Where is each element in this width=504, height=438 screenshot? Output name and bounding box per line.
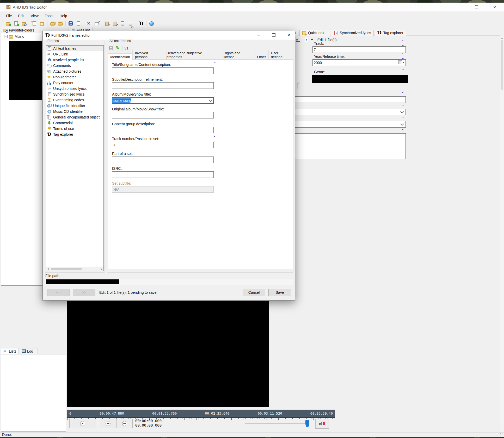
- frames-list-item[interactable]: Involved people list: [46, 57, 103, 63]
- frames-list-item[interactable]: Unsychronised lyrics: [46, 86, 103, 91]
- refresh-icon[interactable]: [116, 46, 120, 50]
- save-frame-icon[interactable]: [109, 46, 114, 50]
- cancel-button[interactable]: Cancel: [243, 289, 265, 296]
- frames-list[interactable]: All text frames URL Link Involved people…: [46, 45, 104, 271]
- field-input[interactable]: [112, 157, 214, 163]
- scroll-right-icon[interactable]: ›: [99, 267, 103, 271]
- volume-slider[interactable]: [245, 423, 309, 424]
- tab-favorite-folders[interactable]: FavoriteFolders: [1, 27, 39, 33]
- dialog-tab[interactable]: Identification: [108, 53, 133, 60]
- panel-tab[interactable]: Tag explorer: [375, 30, 406, 36]
- tab-lists[interactable]: Lists: [1, 348, 19, 354]
- next-file-button[interactable]: >>: [73, 289, 95, 296]
- file-path-input[interactable]: [45, 279, 293, 285]
- frames-list-item[interactable]: Synchronised lyrics: [46, 91, 103, 97]
- dialog-close-button[interactable]: ×: [284, 32, 294, 39]
- toolbar-button[interactable]: [103, 20, 111, 27]
- play-button[interactable]: ▶: [69, 419, 96, 428]
- frames-list-item[interactable]: Play counter: [46, 80, 103, 86]
- toolbar-button[interactable]: [148, 20, 155, 27]
- field-input[interactable]: some song: [112, 97, 214, 104]
- tab-log[interactable]: Log: [19, 348, 38, 354]
- scrollbar-thumb[interactable]: [51, 268, 82, 270]
- maximize-button[interactable]: [471, 3, 482, 11]
- v1-link[interactable]: v1: [296, 38, 300, 42]
- tree-collapse-icon[interactable]: −: [4, 35, 8, 38]
- year-down-link[interactable]: _: [402, 56, 404, 58]
- previous-file-button[interactable]: <<: [47, 289, 70, 296]
- field-input[interactable]: [112, 127, 214, 133]
- toolbar-button[interactable]: [85, 20, 93, 27]
- dialog-minimize-button[interactable]: [253, 32, 264, 39]
- fast-forward-button[interactable]: ▶▶: [116, 419, 133, 428]
- field-down-link[interactable]: _: [214, 139, 216, 141]
- xml-doc-icon[interactable]: [304, 38, 309, 42]
- save-button[interactable]: Save: [268, 289, 291, 296]
- genre-down-link[interactable]: _: [402, 71, 404, 73]
- lists-panel[interactable]: [1, 354, 66, 431]
- date-picker-button[interactable]: [398, 60, 405, 64]
- frames-list-item[interactable]: Event timing codes: [46, 97, 103, 103]
- frames-list-item[interactable]: Popularimeter: [46, 74, 103, 80]
- toolbar-button[interactable]: [20, 20, 28, 27]
- dialog-v1-link[interactable]: v1: [125, 46, 128, 50]
- field-down-link[interactable]: _: [214, 64, 216, 67]
- toolbar-button[interactable]: [57, 20, 64, 27]
- dialog-tab[interactable]: Other: [255, 54, 269, 60]
- track-input[interactable]: 7: [312, 46, 406, 53]
- scroll-up-icon[interactable]: [501, 37, 503, 39]
- chevron-down-icon[interactable]: [208, 98, 212, 102]
- frames-list-item[interactable]: URL Link: [46, 51, 103, 57]
- toolbar-grip[interactable]: [2, 21, 3, 26]
- frames-list-item[interactable]: General encapsulated object: [46, 114, 103, 120]
- scrollbar-thumb[interactable]: [501, 40, 503, 90]
- field-input[interactable]: [112, 112, 214, 118]
- field-input[interactable]: N/A: [112, 186, 214, 193]
- toolbar-button[interactable]: [127, 20, 134, 27]
- frames-list-item[interactable]: Tag explorer: [46, 132, 103, 137]
- toolbar-button[interactable]: [49, 20, 56, 27]
- toolbar-button[interactable]: [111, 20, 119, 27]
- menu-item[interactable]: Edit: [15, 13, 27, 19]
- frames-list-item[interactable]: Music CD identifier: [46, 109, 103, 114]
- field-input[interactable]: 7: [112, 142, 214, 148]
- field-input[interactable]: [112, 67, 214, 74]
- year-input[interactable]: 2000: [312, 59, 406, 66]
- menu-item[interactable]: Help: [57, 13, 70, 19]
- player-timeline[interactable]: 000:00:47.88000:01:35.76000:02:23.64000:…: [67, 410, 335, 418]
- field-down-link[interactable]: _: [214, 94, 216, 96]
- menu-item[interactable]: View: [28, 13, 41, 19]
- resize-grip[interactable]: [502, 435, 502, 435]
- field-input[interactable]: [112, 82, 214, 89]
- vertical-scrollbar[interactable]: [500, 36, 504, 435]
- menu-item[interactable]: File: [3, 13, 15, 19]
- frames-list-item[interactable]: Comments: [46, 63, 103, 68]
- rewind-button[interactable]: ◀◀: [100, 419, 116, 428]
- toolbar-button[interactable]: [30, 20, 38, 27]
- panel-tab[interactable]: Synchronized lyrics: [331, 30, 374, 36]
- dropdown-arrow-icon[interactable]: [311, 39, 313, 41]
- frames-horizontal-scrollbar[interactable]: ‹ ›: [46, 267, 103, 271]
- toolbar-button[interactable]: [93, 20, 101, 27]
- menu-item[interactable]: Tools: [42, 13, 56, 19]
- minimize-button[interactable]: [452, 3, 464, 11]
- track-down-link[interactable]: _: [402, 43, 404, 45]
- toolbar-button[interactable]: [4, 20, 12, 27]
- dialog-tab[interactable]: Rights and license: [221, 50, 255, 60]
- toolbar-button[interactable]: [75, 20, 82, 27]
- redacted-genre-value[interactable]: [312, 75, 408, 83]
- toolbar-button[interactable]: [12, 20, 20, 27]
- frames-list-item[interactable]: Terms of use: [46, 126, 103, 132]
- frames-list-item[interactable]: Commercial: [46, 120, 103, 126]
- dialog-tab[interactable]: Derived and subjective properties: [164, 50, 221, 60]
- volume-thumb[interactable]: [305, 420, 309, 427]
- scroll-left-icon[interactable]: ‹: [46, 267, 50, 271]
- frames-list-item[interactable]: Unique file identifier: [46, 103, 103, 109]
- toolbar-button[interactable]: [67, 20, 75, 27]
- toolbar-button[interactable]: [119, 20, 127, 27]
- frames-list-item[interactable]: All text frames: [46, 46, 103, 51]
- frames-list-item[interactable]: Attached pictures: [46, 68, 103, 74]
- dialog-tab[interactable]: Involved persons: [132, 50, 164, 60]
- dialog-titlebar[interactable]: Full ID3V2 frames editor ×: [43, 31, 295, 40]
- panel-tab[interactable]: Quick edit...: [299, 30, 330, 36]
